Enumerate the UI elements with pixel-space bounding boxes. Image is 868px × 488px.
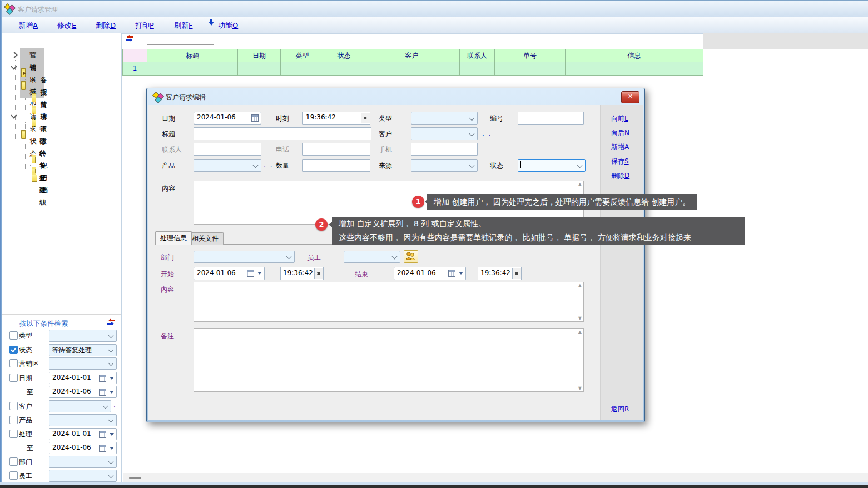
product-select[interactable] [194,159,261,172]
scroll-down-icon[interactable]: ▼ [578,386,582,391]
department-select[interactable] [49,456,117,468]
dropdown-arrow-icon[interactable] [110,433,114,438]
scroll-down-icon[interactable]: ▼ [578,316,582,321]
dropdown-arrow-icon[interactable] [459,272,463,277]
type-select[interactable] [411,112,478,125]
table-cell[interactable] [566,62,703,76]
checkbox[interactable] [9,359,18,367]
dropdown-arrow-icon[interactable] [257,272,262,277]
scroll-up-icon[interactable]: ▲ [578,330,582,335]
toolbar-edit-button[interactable]: 修改E [57,21,76,31]
title-input[interactable] [194,127,371,140]
checkbox[interactable] [9,416,18,424]
table-header-customer[interactable]: 客户 [364,49,460,62]
type-select[interactable] [49,330,117,342]
number-input[interactable] [518,112,584,125]
table-header-contact[interactable]: 联系人 [460,49,495,62]
table-header-info[interactable]: 信息 [566,49,703,62]
checkbox[interactable] [9,374,18,382]
product-select[interactable] [49,414,117,426]
swap-columns-icon[interactable] [125,35,134,42]
spinner-updown-icon[interactable] [314,268,323,279]
time-spinner[interactable]: 19:36:42 [302,112,370,125]
date-picker[interactable]: 2024-01-06 [194,112,261,125]
table-header-rownum[interactable]: - [122,49,147,62]
dropdown-arrow-icon[interactable] [110,391,114,396]
quantity-input[interactable] [302,159,370,172]
checkbox[interactable] [9,331,18,340]
toolbar-print-button[interactable]: 打印P [135,21,154,31]
staff-select[interactable] [49,470,117,482]
table-cell[interactable] [281,62,324,76]
checkbox[interactable] [9,346,18,354]
customer-select[interactable] [49,400,111,412]
spinner-updown-icon[interactable] [512,268,521,279]
date-to-picker[interactable]: 2024-01-06 [49,386,117,398]
prev-button[interactable]: 向前L [611,114,628,123]
process-content-textarea[interactable]: ▲ ▼ [194,282,584,322]
marketing-area-select[interactable] [49,357,117,370]
table-cell[interactable] [460,62,495,76]
checkbox[interactable] [9,430,18,438]
table-cell[interactable] [147,62,238,76]
start-date-picker[interactable]: 2024-01-06 [194,267,265,280]
pick-staff-button[interactable] [404,250,418,263]
next-button[interactable]: 向后N [611,128,629,138]
chevron-right-icon[interactable] [11,52,17,58]
return-button[interactable]: 返回R [611,405,629,414]
mobile-input[interactable] [411,143,478,156]
horizontal-scrollbar[interactable] [123,473,868,482]
horizontal-scrollbar-thumb[interactable] [129,477,141,479]
process-date-to-picker[interactable]: 2024-01-06 [49,442,117,454]
product-more-button[interactable]: . . [264,161,273,169]
save-button[interactable]: 保存S [611,157,629,166]
status-select[interactable]: 等待答复处理 [49,344,117,356]
table-cell[interactable] [324,62,364,76]
toolbar-functions-button[interactable]: 功能O [218,21,238,31]
process-date-from-picker[interactable]: 2024-01-01 [49,428,117,440]
dropdown-arrow-icon[interactable] [110,447,114,452]
scroll-up-icon[interactable]: ▲ [578,283,582,288]
table-cell[interactable] [495,62,566,76]
end-time-spinner[interactable]: 19:36:42 [478,267,522,280]
swap-columns-icon[interactable] [107,318,116,326]
checkbox[interactable] [9,402,18,410]
chevron-down-icon[interactable] [11,63,17,69]
table-header-title[interactable]: 标题 [147,49,238,62]
contact-input[interactable] [194,143,261,156]
end-date-picker[interactable]: 2024-01-06 [394,267,466,280]
customer-more-button[interactable]: . . [482,130,492,137]
table-header-docno[interactable]: 单号 [495,49,566,62]
start-time-spinner[interactable]: 19:36:42 [280,267,324,280]
table-row-number[interactable]: 1 [122,62,147,76]
status-select[interactable] [518,159,586,172]
table-header-date[interactable]: 日期 [238,49,281,62]
department-select[interactable] [194,251,295,263]
phone-input[interactable] [302,143,370,156]
toolbar-refresh-button[interactable]: 刷新F [174,21,192,31]
table-cell[interactable] [364,62,460,76]
customer-select[interactable] [411,127,478,140]
table-cell[interactable] [238,62,281,76]
source-select[interactable] [411,159,478,172]
toolbar-delete-button[interactable]: 删除D [96,21,116,31]
close-button[interactable]: ✕ [621,91,639,103]
dropdown-arrow-icon[interactable] [110,377,114,382]
staff-select[interactable] [344,251,400,263]
toolbar-new-button[interactable]: 新增A [18,21,38,31]
remark-textarea[interactable]: ▲ ▼ [194,328,584,392]
chevron-down-icon[interactable] [11,112,17,118]
delete-button[interactable]: 删除D [611,171,629,181]
spinner-updown-icon[interactable] [361,113,370,123]
date-from-picker[interactable]: 2024-01-01 [49,372,117,384]
tab-process-info[interactable]: 处理信息 [155,231,192,245]
table-header-type[interactable]: 类型 [281,49,324,62]
new-button[interactable]: 新增A [611,142,629,152]
tab-related-files[interactable]: 相关文件 [187,232,224,245]
checkbox[interactable] [9,457,18,466]
scroll-up-icon[interactable]: ▲ [578,182,582,187]
splitter-handle[interactable] [147,44,214,45]
calendar-icon [99,445,106,452]
table-header-status[interactable]: 状态 [324,49,364,62]
checkbox[interactable] [9,471,18,480]
